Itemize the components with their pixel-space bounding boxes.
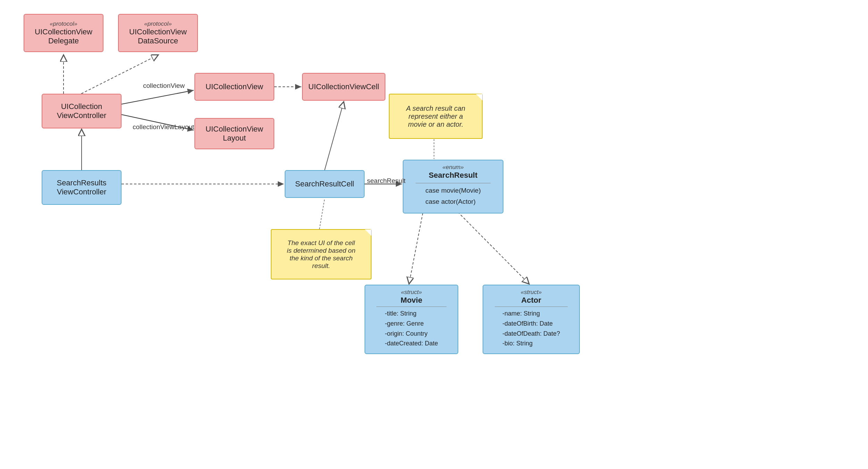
actor-fields: -name: String-dateOfBirth: Date-dateOfDe…: [500, 309, 563, 349]
datasource-stereotype: «protocol»: [144, 20, 172, 27]
searchresultcell-name: SearchResultCell: [295, 179, 354, 189]
searchresultcell-box: SearchResultCell: [285, 170, 365, 198]
svg-line-12: [455, 209, 529, 284]
actor-struct-box: «struct» Actor -name: String-dateOfBirth…: [483, 285, 580, 354]
movie-struct-box: «struct» Movie -title: String-genre: Gen…: [365, 285, 458, 354]
movie-fields: -title: String-genre: Genre-origin: Coun…: [382, 309, 441, 349]
uicollectionviewcontroller-name: UICollectionViewController: [57, 102, 107, 120]
note-search-result-text: A search result canrepresent either amov…: [406, 104, 465, 128]
note-search-result: A search result canrepresent either amov…: [389, 94, 483, 139]
note-cell-ui-text: The exact UI of the cellis determined ba…: [287, 239, 356, 270]
movie-stereotype: «struct»: [401, 289, 422, 296]
uicollectionviewcell-box: UICollectionViewCell: [302, 73, 385, 101]
arrows-svg: [0, 0, 868, 469]
searchresult-enum-box: «enum» SearchResult case movie(Movie)cas…: [403, 160, 503, 213]
label-searchresult: searchResult: [367, 177, 406, 185]
movie-name: Movie: [401, 296, 422, 305]
svg-line-11: [409, 209, 424, 284]
uicollectionview-name: UICollectionView: [206, 82, 263, 91]
datasource-name: UICollectionViewDataSource: [129, 27, 187, 45]
svg-line-2: [122, 90, 194, 104]
enum-name: SearchResult: [429, 171, 478, 180]
uicollectionviewlayout-name: UICollectionViewLayout: [206, 125, 263, 143]
actor-stereotype: «struct»: [521, 289, 542, 296]
uicollectionviewcell-name: UICollectionViewCell: [308, 82, 379, 91]
searchresultsviewcontroller-name: SearchResultsViewController: [57, 178, 106, 196]
label-collectionviewlayout: collectionViewLayout: [133, 123, 194, 131]
diagram-container: «protocol» UICollectionViewDelegate «pro…: [0, 0, 868, 469]
uicollectionviewlayout-box: UICollectionViewLayout: [194, 118, 274, 149]
uicollectionviewcontroller-box: UICollectionViewController: [42, 94, 122, 128]
label-collectionview: collectionView: [143, 82, 185, 90]
uicollectionview-delegate-box: «protocol» UICollectionViewDelegate: [24, 14, 103, 52]
enum-cases: case movie(Movie)case actor(Actor): [423, 185, 483, 208]
svg-line-7: [325, 102, 344, 170]
note-cell-ui: The exact UI of the cellis determined ba…: [271, 229, 372, 279]
delegate-name: UICollectionViewDelegate: [35, 27, 92, 45]
uicollectionview-box: UICollectionView: [194, 73, 274, 101]
searchresultsviewcontroller-box: SearchResultsViewController: [42, 170, 122, 205]
delegate-stereotype: «protocol»: [50, 20, 77, 27]
uicollectionview-datasource-box: «protocol» UICollectionViewDataSource: [118, 14, 198, 52]
svg-line-10: [319, 199, 325, 229]
actor-name: Actor: [521, 296, 541, 305]
enum-stereotype: «enum»: [442, 164, 464, 171]
